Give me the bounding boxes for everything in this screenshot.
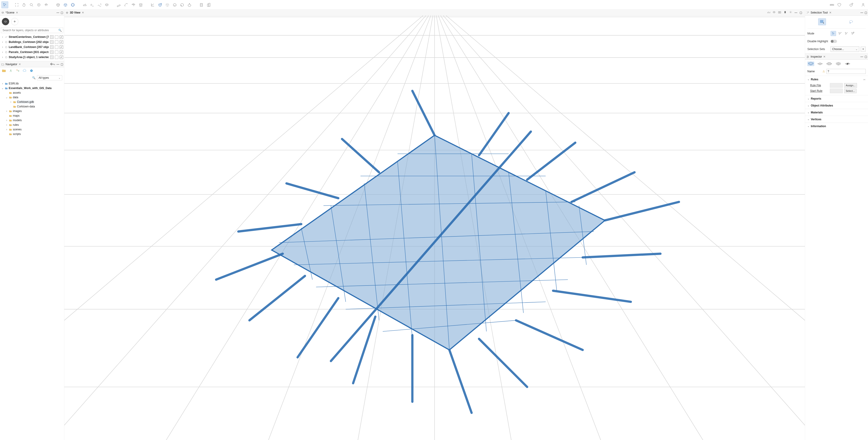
reports-section-header[interactable]: ⌄Reports <box>805 95 868 102</box>
assign-button[interactable]: Assign... <box>844 83 857 88</box>
visibility-checkbox[interactable]: ✓ <box>60 40 63 44</box>
building2-button[interactable] <box>205 1 212 8</box>
tree-row[interactable]: maps <box>1 114 64 118</box>
tree-row[interactable]: ›images <box>1 109 64 114</box>
scene-tab-label[interactable]: *Scene <box>5 11 14 14</box>
rules-section-header[interactable]: ⌄ Rules ⫘ <box>805 76 868 83</box>
maximize-icon[interactable]: ▢ <box>800 11 802 14</box>
tree-row[interactable]: ›Corktown.gdb <box>1 100 64 104</box>
mode-replace-button[interactable] <box>831 31 836 36</box>
add-selection-set-button[interactable]: + <box>861 46 866 52</box>
cube4-button[interactable] <box>171 1 178 8</box>
layers-button[interactable] <box>103 1 110 8</box>
bars-icon[interactable] <box>767 10 770 14</box>
cube-blue3-button[interactable] <box>157 1 163 8</box>
layer-row[interactable]: › Parcels_Corktown [831 objects, 8 ✓ <box>1 50 63 55</box>
layers-mode-button[interactable] <box>2 18 9 25</box>
bookmark-icon[interactable] <box>783 10 787 14</box>
minimize-icon[interactable]: — <box>861 11 863 14</box>
rule-file-label[interactable]: Rule File <box>810 84 829 87</box>
layer-row[interactable]: › StreetCenterlines_Corktown [782 ✓ <box>1 34 63 39</box>
terrain3-button[interactable] <box>96 1 103 8</box>
cloud-share-icon[interactable] <box>16 69 20 73</box>
close-icon[interactable]: ✕ <box>823 55 826 58</box>
hatch-toggle[interactable] <box>50 35 54 39</box>
tree-row[interactable]: ›rules <box>1 123 64 127</box>
close-icon[interactable]: ✕ <box>829 11 832 14</box>
tree-row[interactable]: ⌄data <box>1 95 64 100</box>
expand-icon[interactable]: › <box>1 56 4 59</box>
lasso-select-button[interactable] <box>847 19 855 25</box>
shape-flat-button[interactable] <box>816 62 824 66</box>
select-tool-button[interactable] <box>1 1 8 8</box>
hatch-toggle[interactable] <box>50 51 54 54</box>
name-input[interactable] <box>827 69 866 74</box>
select-button[interactable]: Select... <box>844 89 857 93</box>
maximize-icon[interactable]: ▢ <box>865 11 867 14</box>
look-tool-button[interactable] <box>43 1 50 8</box>
tree-row[interactable]: ›scenes <box>1 127 64 132</box>
hatch-toggle[interactable] <box>50 56 54 59</box>
color-toggle[interactable] <box>55 56 58 59</box>
hatch-toggle[interactable] <box>50 45 54 49</box>
vertices-section-header[interactable]: ⌄Vertices <box>805 116 868 123</box>
color-toggle[interactable] <box>55 35 58 39</box>
mode-subtract-button[interactable] <box>843 31 849 36</box>
link-icon[interactable]: ⫘ <box>863 78 866 81</box>
visibility-checkbox[interactable]: ✓ <box>60 45 63 49</box>
orbit-tool-button[interactable] <box>35 1 42 8</box>
layer-row[interactable]: › Buildings_Corktown [202 object ✓ <box>1 39 63 44</box>
expand-icon[interactable]: › <box>1 40 4 43</box>
object-attributes-section-header[interactable]: ⌄Object Attributes <box>805 102 868 109</box>
cube-tool-button[interactable] <box>55 1 62 8</box>
gear-icon[interactable] <box>789 10 792 14</box>
link-icon[interactable]: �⇋ <box>50 63 55 66</box>
eye-icon[interactable] <box>773 10 776 14</box>
minimize-icon[interactable]: — <box>57 11 59 14</box>
mesh-tool-button[interactable] <box>130 1 137 8</box>
type-filter-dropdown[interactable]: All types⌄ <box>37 75 62 80</box>
shape-stack-button[interactable] <box>835 62 842 66</box>
cube-dashed-button[interactable] <box>164 1 171 8</box>
3d-viewport[interactable] <box>64 15 805 440</box>
shape-check-button[interactable] <box>844 62 851 66</box>
shape-cross-button[interactable] <box>826 62 833 66</box>
layers2-button[interactable] <box>137 1 144 8</box>
tree-row[interactable]: assets <box>1 90 64 95</box>
measure-button[interactable] <box>115 1 122 8</box>
cloud-icon[interactable] <box>23 69 27 73</box>
terrain2-button[interactable] <box>89 1 95 8</box>
search-icon[interactable]: 🔍 <box>32 76 36 80</box>
minimize-icon[interactable]: — <box>795 11 797 14</box>
start-rule-value[interactable] <box>830 89 843 93</box>
viewport-tab-label[interactable]: 3D View <box>70 11 81 14</box>
open-folder-icon[interactable] <box>2 69 6 73</box>
tree-row[interactable]: ⌄Essentials_Work_with_GIS_Data <box>1 86 64 90</box>
layer-row[interactable]: › StudyArea [1 object, 1 selected] ✓ <box>1 55 63 60</box>
expand-icon[interactable]: › <box>1 51 4 54</box>
marquee-select-button[interactable] <box>818 19 826 25</box>
frame-button[interactable] <box>13 1 20 8</box>
db-icon[interactable] <box>29 69 33 73</box>
visibility-checkbox[interactable]: ✓ <box>60 35 63 39</box>
tree-row[interactable]: scripts <box>1 132 64 136</box>
add-button[interactable]: + <box>11 18 19 25</box>
navigator-tab-label[interactable]: Navigator <box>5 63 17 66</box>
layer-search-input[interactable] <box>1 28 63 33</box>
cloud-person-icon[interactable] <box>9 69 13 73</box>
graph-button[interactable] <box>149 1 156 8</box>
gear-cube-button[interactable] <box>848 1 855 8</box>
close-icon[interactable]: ✕ <box>19 63 21 66</box>
layer-row[interactable]: › LandBank_Corktown [357 object ✓ <box>1 44 63 50</box>
rule-file-value[interactable] <box>830 83 843 88</box>
inspector-tab-label[interactable]: Inspector <box>811 55 822 58</box>
materials-section-header[interactable]: ⌄Materials <box>805 109 868 116</box>
mode-add-button[interactable] <box>837 31 842 36</box>
selection-sets-dropdown[interactable]: Choose...⌄ <box>831 46 859 52</box>
minimize-icon[interactable]: — <box>57 63 59 66</box>
cube5-button[interactable] <box>179 1 186 8</box>
cube-blue1-button[interactable] <box>62 1 69 8</box>
arc-tool-button[interactable] <box>123 1 129 8</box>
disable-highlight-toggle[interactable] <box>831 40 837 43</box>
selection-tab-label[interactable]: Selection Tool <box>811 11 828 14</box>
